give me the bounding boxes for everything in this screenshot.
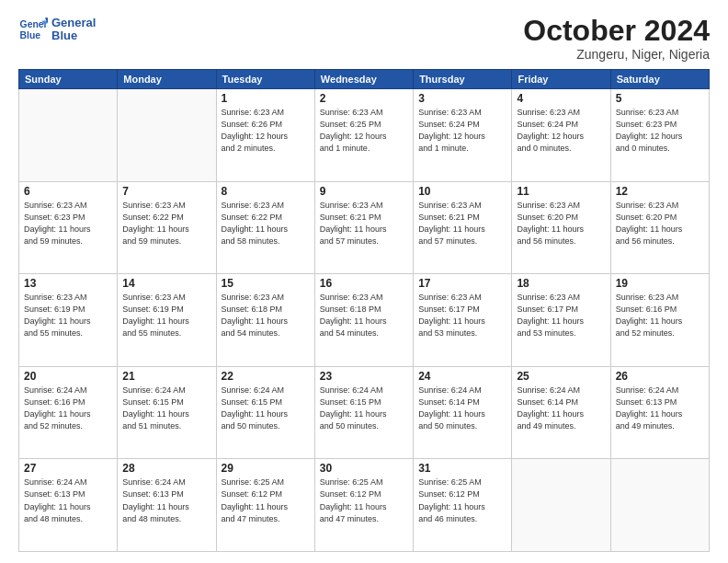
day-cell: 8Sunrise: 6:23 AM Sunset: 6:22 PM Daylig… [216, 181, 314, 274]
day-info: Sunrise: 6:23 AM Sunset: 6:18 PM Dayligh… [320, 292, 408, 339]
calendar: SundayMondayTuesdayWednesdayThursdayFrid… [18, 69, 710, 552]
day-number: 13 [24, 277, 112, 290]
day-number: 6 [24, 185, 112, 198]
day-cell: 14Sunrise: 6:23 AM Sunset: 6:19 PM Dayli… [118, 274, 216, 367]
week-row-5: 27Sunrise: 6:24 AM Sunset: 6:13 PM Dayli… [19, 459, 710, 552]
day-cell: 13Sunrise: 6:23 AM Sunset: 6:19 PM Dayli… [19, 274, 118, 367]
day-number: 28 [122, 462, 210, 475]
weekday-header-row: SundayMondayTuesdayWednesdayThursdayFrid… [19, 70, 710, 89]
day-cell: 28Sunrise: 6:24 AM Sunset: 6:13 PM Dayli… [118, 459, 216, 552]
day-number: 1 [222, 92, 310, 105]
day-number: 25 [517, 370, 605, 383]
svg-text:Blue: Blue [20, 30, 41, 40]
day-info: Sunrise: 6:24 AM Sunset: 6:15 PM Dayligh… [122, 385, 210, 432]
day-number: 23 [320, 370, 408, 383]
weekday-header-saturday: Saturday [610, 70, 709, 89]
day-number: 7 [122, 185, 210, 198]
day-cell [512, 459, 610, 552]
day-number: 8 [222, 185, 310, 198]
day-info: Sunrise: 6:24 AM Sunset: 6:15 PM Dayligh… [222, 385, 310, 432]
day-cell: 26Sunrise: 6:24 AM Sunset: 6:13 PM Dayli… [610, 366, 709, 459]
day-cell: 18Sunrise: 6:23 AM Sunset: 6:17 PM Dayli… [512, 274, 610, 367]
day-number: 9 [320, 185, 408, 198]
day-info: Sunrise: 6:23 AM Sunset: 6:16 PM Dayligh… [616, 292, 704, 339]
day-number: 31 [418, 462, 506, 475]
day-info: Sunrise: 6:23 AM Sunset: 6:26 PM Dayligh… [222, 107, 310, 155]
day-cell: 9Sunrise: 6:23 AM Sunset: 6:21 PM Daylig… [314, 181, 413, 274]
day-cell: 15Sunrise: 6:23 AM Sunset: 6:18 PM Dayli… [216, 274, 314, 367]
weekday-header-thursday: Thursday [414, 70, 512, 89]
day-number: 12 [616, 185, 704, 198]
day-cell: 16Sunrise: 6:23 AM Sunset: 6:18 PM Dayli… [314, 274, 413, 367]
day-cell: 3Sunrise: 6:23 AM Sunset: 6:24 PM Daylig… [414, 89, 512, 182]
header: General Blue General Blue October 2024 Z… [18, 15, 710, 62]
day-info: Sunrise: 6:25 AM Sunset: 6:12 PM Dayligh… [222, 477, 310, 524]
day-info: Sunrise: 6:23 AM Sunset: 6:20 PM Dayligh… [517, 200, 605, 247]
day-info: Sunrise: 6:25 AM Sunset: 6:12 PM Dayligh… [320, 477, 408, 524]
day-cell: 25Sunrise: 6:24 AM Sunset: 6:14 PM Dayli… [512, 366, 610, 459]
day-cell: 31Sunrise: 6:25 AM Sunset: 6:12 PM Dayli… [414, 459, 512, 552]
day-cell: 19Sunrise: 6:23 AM Sunset: 6:16 PM Dayli… [610, 274, 709, 367]
day-cell: 17Sunrise: 6:23 AM Sunset: 6:17 PM Dayli… [414, 274, 512, 367]
weekday-header-monday: Monday [118, 70, 216, 89]
day-info: Sunrise: 6:23 AM Sunset: 6:20 PM Dayligh… [616, 200, 704, 247]
weekday-header-sunday: Sunday [19, 70, 118, 89]
weekday-header-tuesday: Tuesday [216, 70, 314, 89]
week-row-1: 1Sunrise: 6:23 AM Sunset: 6:26 PM Daylig… [19, 89, 710, 182]
day-number: 3 [418, 92, 506, 105]
logo-line2: Blue [51, 29, 96, 42]
day-info: Sunrise: 6:23 AM Sunset: 6:17 PM Dayligh… [418, 292, 506, 339]
day-cell: 30Sunrise: 6:25 AM Sunset: 6:12 PM Dayli… [314, 459, 413, 552]
day-cell: 29Sunrise: 6:25 AM Sunset: 6:12 PM Dayli… [216, 459, 314, 552]
day-info: Sunrise: 6:24 AM Sunset: 6:15 PM Dayligh… [320, 385, 408, 432]
day-info: Sunrise: 6:23 AM Sunset: 6:23 PM Dayligh… [24, 200, 112, 247]
day-number: 17 [418, 277, 506, 290]
day-number: 22 [222, 370, 310, 383]
week-row-4: 20Sunrise: 6:24 AM Sunset: 6:16 PM Dayli… [19, 366, 710, 459]
day-cell: 24Sunrise: 6:24 AM Sunset: 6:14 PM Dayli… [414, 366, 512, 459]
day-info: Sunrise: 6:23 AM Sunset: 6:23 PM Dayligh… [616, 107, 704, 155]
logo: General Blue General Blue [18, 15, 96, 44]
day-number: 29 [222, 462, 310, 475]
day-cell: 7Sunrise: 6:23 AM Sunset: 6:22 PM Daylig… [118, 181, 216, 274]
day-info: Sunrise: 6:23 AM Sunset: 6:19 PM Dayligh… [24, 292, 112, 339]
day-cell: 10Sunrise: 6:23 AM Sunset: 6:21 PM Dayli… [414, 181, 512, 274]
day-info: Sunrise: 6:24 AM Sunset: 6:16 PM Dayligh… [24, 385, 112, 432]
day-cell [118, 89, 216, 182]
day-info: Sunrise: 6:23 AM Sunset: 6:18 PM Dayligh… [222, 292, 310, 339]
day-number: 16 [320, 277, 408, 290]
day-info: Sunrise: 6:23 AM Sunset: 6:24 PM Dayligh… [418, 107, 506, 155]
day-cell: 21Sunrise: 6:24 AM Sunset: 6:15 PM Dayli… [118, 366, 216, 459]
week-row-2: 6Sunrise: 6:23 AM Sunset: 6:23 PM Daylig… [19, 181, 710, 274]
day-number: 10 [418, 185, 506, 198]
logo-line1: General [51, 17, 96, 29]
day-cell: 23Sunrise: 6:24 AM Sunset: 6:15 PM Dayli… [314, 366, 413, 459]
day-info: Sunrise: 6:24 AM Sunset: 6:14 PM Dayligh… [517, 385, 605, 432]
day-info: Sunrise: 6:24 AM Sunset: 6:13 PM Dayligh… [616, 385, 704, 432]
day-info: Sunrise: 6:24 AM Sunset: 6:13 PM Dayligh… [24, 477, 112, 524]
day-number: 24 [418, 370, 506, 383]
day-info: Sunrise: 6:23 AM Sunset: 6:21 PM Dayligh… [418, 200, 506, 247]
day-cell [610, 459, 709, 552]
day-cell: 22Sunrise: 6:24 AM Sunset: 6:15 PM Dayli… [216, 366, 314, 459]
day-number: 27 [24, 462, 112, 475]
weekday-header-friday: Friday [512, 70, 610, 89]
day-info: Sunrise: 6:24 AM Sunset: 6:13 PM Dayligh… [122, 477, 210, 524]
day-number: 30 [320, 462, 408, 475]
day-info: Sunrise: 6:25 AM Sunset: 6:12 PM Dayligh… [418, 477, 506, 524]
day-cell [19, 89, 118, 182]
month-title: October 2024 [523, 15, 710, 47]
day-number: 2 [320, 92, 408, 105]
day-number: 20 [24, 370, 112, 383]
day-number: 21 [122, 370, 210, 383]
day-cell: 6Sunrise: 6:23 AM Sunset: 6:23 PM Daylig… [19, 181, 118, 274]
day-info: Sunrise: 6:23 AM Sunset: 6:25 PM Dayligh… [320, 107, 408, 155]
title-block: October 2024 Zungeru, Niger, Nigeria [523, 15, 710, 62]
day-cell: 20Sunrise: 6:24 AM Sunset: 6:16 PM Dayli… [19, 366, 118, 459]
day-cell: 12Sunrise: 6:23 AM Sunset: 6:20 PM Dayli… [610, 181, 709, 274]
logo-icon: General Blue [18, 15, 48, 44]
day-cell: 4Sunrise: 6:23 AM Sunset: 6:24 PM Daylig… [512, 89, 610, 182]
day-cell: 2Sunrise: 6:23 AM Sunset: 6:25 PM Daylig… [314, 89, 413, 182]
day-cell: 1Sunrise: 6:23 AM Sunset: 6:26 PM Daylig… [216, 89, 314, 182]
location-subtitle: Zungeru, Niger, Nigeria [523, 47, 710, 62]
